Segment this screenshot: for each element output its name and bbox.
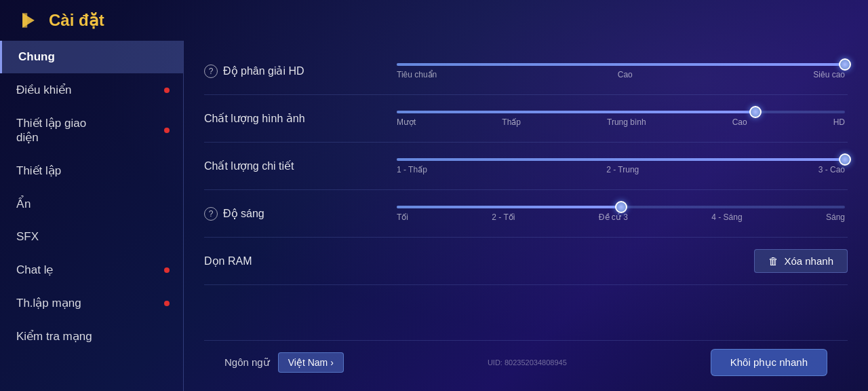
language-button[interactable]: Việt Nam ›	[278, 352, 344, 373]
setting-control-do-phan-giai: Tiêu chuẩn Cao Siêu cao	[394, 63, 848, 79]
setting-label-chat-luong-hinh-anh: Chất lượng hình ảnh	[204, 112, 394, 125]
language-section: Ngôn ngữ Việt Nam ›	[224, 352, 344, 373]
setting-label-do-phan-giai: ? Độ phân giải HD	[204, 64, 394, 78]
app-container: Cài đặt Chung Điều khiển Thiết lập giaod…	[0, 0, 868, 391]
setting-label-don-ram: Dọn RAM	[204, 255, 394, 267]
sidebar-item-thiet-lap[interactable]: Thiết lập	[0, 154, 183, 187]
slider-chat-luong-hinh-anh[interactable]: Mượt Thấp Trung bình Cao HD	[394, 111, 848, 127]
header: Cài đặt	[0, 0, 868, 41]
slider-do-sang[interactable]: Tối 2 - Tối Đề cứ 3 4 - Sáng Sáng	[394, 206, 848, 222]
notification-dot	[164, 128, 170, 133]
setting-control-do-sang: Tối 2 - Tối Đề cứ 3 4 - Sáng Sáng	[394, 206, 848, 222]
settings-list: ? Độ phân giải HD Tiêu chuẩn Cao	[204, 48, 848, 340]
language-value: Việt Nam	[288, 357, 328, 368]
chevron-right-icon: ›	[330, 357, 334, 368]
sidebar: Chung Điều khiển Thiết lập giaodiện Thiế…	[0, 41, 183, 391]
khoi-phuc-nhanh-button[interactable]: Khôi phục nhanh	[711, 349, 827, 376]
sidebar-item-an[interactable]: Ẩn	[0, 187, 183, 221]
sidebar-item-label: Th.lập mạng	[16, 296, 81, 310]
uid-text: UID: 802352034808945	[488, 358, 567, 367]
setting-row-don-ram: Dọn RAM 🗑 Xóa nhanh	[204, 238, 848, 285]
setting-row-do-phan-giai: ? Độ phân giải HD Tiêu chuẩn Cao	[204, 48, 848, 95]
page-title: Cài đặt	[49, 11, 104, 30]
sidebar-item-th-lap-mang[interactable]: Th.lập mạng	[0, 286, 183, 320]
slider-do-phan-giai[interactable]: Tiêu chuẩn Cao Siêu cao	[394, 63, 848, 79]
help-icon-do-sang[interactable]: ?	[204, 207, 218, 221]
setting-row-chat-luong-hinh-anh: Chất lượng hình ảnh Mượt Thấp Trung bì	[204, 95, 848, 143]
setting-label-do-sang: ? Độ sáng	[204, 207, 394, 221]
sidebar-item-label: Ẩn	[16, 197, 31, 211]
sidebar-item-label: Chung	[18, 50, 55, 64]
main-layout: Chung Điều khiển Thiết lập giaodiện Thiế…	[0, 41, 868, 391]
sidebar-item-dieu-khien[interactable]: Điều khiển	[0, 73, 183, 107]
sidebar-item-chat-le[interactable]: Chat lẹ	[0, 253, 183, 286]
sidebar-item-chung[interactable]: Chung	[0, 41, 183, 73]
sidebar-item-sfx[interactable]: SFX	[0, 221, 183, 253]
xoa-nhanh-label: Xóa nhanh	[784, 255, 833, 267]
notification-dot	[164, 88, 170, 93]
trash-icon: 🗑	[768, 255, 778, 267]
xoa-nhanh-button[interactable]: 🗑 Xóa nhanh	[754, 249, 848, 273]
logo-icon	[16, 8, 41, 33]
bottom-bar: Ngôn ngữ Việt Nam › UID: 802352034808945…	[204, 340, 848, 384]
sidebar-item-label: Điều khiển	[16, 83, 71, 97]
notification-dot	[164, 301, 170, 306]
notification-dot	[164, 267, 170, 273]
sidebar-item-label: Chat lẹ	[16, 263, 53, 277]
setting-label-chat-luong-chi-tiet: Chất lượng chi tiết	[204, 160, 394, 172]
language-label: Ngôn ngữ	[224, 356, 270, 369]
sidebar-item-kiem-tra-mang[interactable]: Kiểm tra mạng	[0, 320, 183, 353]
setting-control-chat-luong-chi-tiet: 1 - Thấp 2 - Trung 3 - Cao	[394, 158, 848, 174]
setting-row-chat-luong-chi-tiet: Chất lượng chi tiết 1 - Thấp 2 - Trung	[204, 143, 848, 190]
setting-row-do-sang: ? Độ sáng Tối 2 - Tối Đề c	[204, 190, 848, 238]
sidebar-item-label: Thiết lập giaodiện	[16, 116, 86, 145]
sidebar-item-label: Kiểm tra mạng	[16, 329, 92, 343]
help-icon[interactable]: ?	[204, 64, 218, 78]
content-area: ? Độ phân giải HD Tiêu chuẩn Cao	[184, 41, 868, 391]
sidebar-item-label: Thiết lập	[16, 164, 61, 178]
sidebar-item-label: SFX	[16, 230, 39, 244]
slider-chat-luong-chi-tiet[interactable]: 1 - Thấp 2 - Trung 3 - Cao	[394, 158, 848, 174]
sidebar-item-thiet-lap-giao-dien[interactable]: Thiết lập giaodiện	[0, 107, 183, 154]
setting-control-chat-luong-hinh-anh: Mượt Thấp Trung bình Cao HD	[394, 111, 848, 127]
